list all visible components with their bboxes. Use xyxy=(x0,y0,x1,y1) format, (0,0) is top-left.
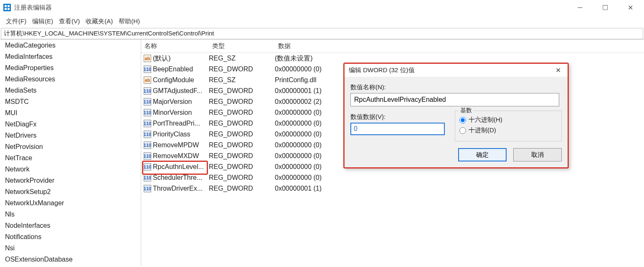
value-name: RemoveMPDW xyxy=(153,140,209,151)
menu-favorites[interactable]: 收藏夹(A) xyxy=(86,18,113,25)
maximize-button[interactable]: ☐ xyxy=(599,4,611,12)
radio-hex[interactable]: 十六进制(H) xyxy=(459,116,557,124)
value-data: 0x00000001 (1) xyxy=(275,183,644,194)
menu-view[interactable]: 查看(V) xyxy=(59,18,80,25)
value-data: 0x00000000 (0) xyxy=(275,172,644,183)
tree-item[interactable]: NetworkUxManager xyxy=(0,197,141,209)
tree-item[interactable]: MSDTC xyxy=(0,96,141,107)
col-type[interactable]: 类型 xyxy=(209,41,275,51)
tree-item[interactable]: Nls xyxy=(0,209,141,220)
value-name: RemoveMXDW xyxy=(153,151,209,161)
dword-value-icon: 110 xyxy=(144,120,151,127)
tree-item[interactable]: NetworkSetup2 xyxy=(0,186,141,197)
list-row[interactable]: 110ThrowDriverEx...REG_DWORD0x00000001 (… xyxy=(141,183,644,194)
window-title: 注册表编辑器 xyxy=(14,4,52,12)
tree-item[interactable]: NetDiagFx xyxy=(0,118,141,130)
dialog-title: 编辑 DWORD (32 位)值 xyxy=(349,66,415,74)
dword-value-icon: 110 xyxy=(144,65,151,73)
tree-item[interactable]: PnP xyxy=(0,265,141,266)
tree-item[interactable]: Nsi xyxy=(0,242,141,254)
value-type: REG_DWORD xyxy=(209,172,275,183)
tree-item[interactable]: MediaProperties xyxy=(0,62,141,73)
svg-rect-0 xyxy=(5,5,7,7)
titlebar: 注册表编辑器 ─ ☐ ✕ xyxy=(0,0,644,15)
value-type: REG_DWORD xyxy=(209,64,275,75)
value-name: BeepEnabled xyxy=(153,64,209,75)
value-type: REG_DWORD xyxy=(209,107,275,118)
value-data-label: 数值数据(V): xyxy=(350,113,445,121)
dword-value-icon: 110 xyxy=(144,174,151,181)
value-type: REG_SZ xyxy=(209,75,275,86)
tree-item[interactable]: MediaCategories xyxy=(0,40,141,51)
tree-item[interactable]: NodeInterfaces xyxy=(0,220,141,231)
tree-item[interactable]: MUI xyxy=(0,107,141,118)
value-name: MinorVersion xyxy=(153,107,209,118)
window-controls: ─ ☐ ✕ xyxy=(574,4,641,12)
value-name: GMTAdjustedF... xyxy=(153,86,209,96)
value-type: REG_DWORD xyxy=(209,129,275,140)
value-name: (默认) xyxy=(153,53,209,64)
radio-dec[interactable]: 十进制(D) xyxy=(459,126,557,134)
address-bar[interactable]: 计算机\HKEY_LOCAL_MACHINE\SYSTEM\CurrentCon… xyxy=(1,28,643,39)
radio-hex-input[interactable] xyxy=(459,117,466,123)
tree-item[interactable]: Notifications xyxy=(0,231,141,242)
value-type: REG_DWORD xyxy=(209,118,275,129)
value-type: REG_DWORD xyxy=(209,183,275,194)
menu-file[interactable]: 文件(F) xyxy=(6,18,26,25)
dialog-close-icon[interactable]: ✕ xyxy=(553,66,563,74)
value-type: REG_SZ xyxy=(209,53,275,64)
tree-item[interactable]: Network xyxy=(0,164,141,175)
base-legend: 基数 xyxy=(459,107,474,114)
value-name: RpcAuthnLevel... xyxy=(153,161,209,172)
dword-value-icon: 110 xyxy=(144,185,151,192)
list-header: 名称 类型 数据 xyxy=(141,40,644,53)
tree-panel[interactable]: MediaCategoriesMediaInterfacesMediaPrope… xyxy=(0,40,141,266)
radio-dec-input[interactable] xyxy=(459,127,466,134)
menubar: 文件(F) 编辑(E) 查看(V) 收藏夹(A) 帮助(H) xyxy=(0,15,644,28)
menu-help[interactable]: 帮助(H) xyxy=(119,18,140,25)
tree-item[interactable]: NetProvision xyxy=(0,141,141,152)
base-group: 基数 十六进制(H) 十进制(D) xyxy=(455,111,562,141)
tree-item[interactable]: MediaResources xyxy=(0,73,141,85)
svg-rect-3 xyxy=(8,8,10,10)
dword-value-icon: 110 xyxy=(144,152,151,160)
tree-item[interactable]: NetTrace xyxy=(0,152,141,164)
dialog-title-bar[interactable]: 编辑 DWORD (32 位)值 ✕ xyxy=(345,64,568,77)
tree-item[interactable]: NetworkProvider xyxy=(0,175,141,186)
col-data[interactable]: 数据 xyxy=(275,41,644,51)
dword-value-icon: 110 xyxy=(144,109,151,116)
value-type: REG_DWORD xyxy=(209,140,275,151)
app-icon xyxy=(3,4,11,11)
dword-value-icon: 110 xyxy=(144,163,151,171)
dword-value-icon: 110 xyxy=(144,87,151,95)
svg-rect-1 xyxy=(8,5,10,7)
tree-item[interactable]: MediaInterfaces xyxy=(0,51,141,62)
minimize-button[interactable]: ─ xyxy=(574,4,586,12)
value-type: REG_DWORD xyxy=(209,86,275,96)
ok-button[interactable]: 确定 xyxy=(458,148,507,161)
value-type: REG_DWORD xyxy=(209,96,275,107)
tree-item[interactable]: NetDrivers xyxy=(0,130,141,141)
tree-item[interactable]: MediaSets xyxy=(0,85,141,96)
dword-value-icon: 110 xyxy=(144,98,151,106)
cancel-button[interactable]: 取消 xyxy=(513,148,562,161)
value-name: ConfigModule xyxy=(153,75,209,86)
value-name: PriorityClass xyxy=(153,129,209,140)
value-name-label: 数值名称(N): xyxy=(350,83,562,91)
dword-value-icon: 110 xyxy=(144,141,151,149)
menu-edit[interactable]: 编辑(E) xyxy=(32,18,53,25)
value-name: SchedulerThre... xyxy=(153,172,209,183)
value-type: REG_DWORD xyxy=(209,161,275,172)
string-value-icon: ab xyxy=(144,76,151,84)
value-type: REG_DWORD xyxy=(209,151,275,161)
dword-value-icon: 110 xyxy=(144,131,151,138)
value-name-field[interactable] xyxy=(350,93,559,106)
value-name: MajorVersion xyxy=(153,96,209,107)
col-name[interactable]: 名称 xyxy=(141,41,209,51)
value-data-field[interactable] xyxy=(350,123,445,135)
tree-item[interactable]: OSExtensionDatabase xyxy=(0,254,141,265)
close-button[interactable]: ✕ xyxy=(624,4,636,12)
value-name: PortThreadPri... xyxy=(153,118,209,129)
value-name: ThrowDriverEx... xyxy=(153,183,209,194)
list-row[interactable]: 110SchedulerThre...REG_DWORD0x00000000 (… xyxy=(141,172,644,183)
